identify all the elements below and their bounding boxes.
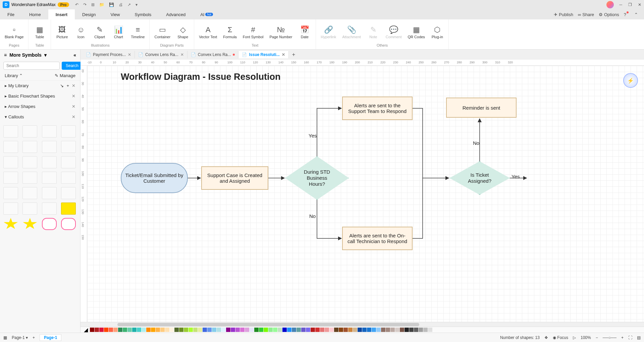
help-icon[interactable]: ?: [624, 12, 630, 17]
callout-shape[interactable]: [61, 125, 76, 137]
ribbon-container[interactable]: ▭Container: [152, 25, 172, 40]
color-swatch[interactable]: [146, 328, 151, 332]
color-swatch[interactable]: [287, 328, 291, 332]
manage-button[interactable]: ✎ Manage: [55, 73, 75, 78]
search-input[interactable]: [3, 62, 60, 70]
close-button[interactable]: ✕: [638, 2, 641, 7]
callout-shape[interactable]: [61, 187, 76, 199]
page-selector[interactable]: Page-1 ▾: [12, 335, 28, 340]
color-swatch[interactable]: [395, 328, 399, 332]
ribbon-clipart[interactable]: ✎Clipart: [91, 25, 108, 40]
callout-shape[interactable]: [42, 141, 57, 153]
node-support-case[interactable]: Support Case is Created and Assigned: [201, 166, 268, 190]
color-swatch[interactable]: [132, 328, 137, 332]
color-swatch[interactable]: [104, 328, 108, 332]
color-swatch[interactable]: [414, 328, 418, 332]
color-swatch[interactable]: [325, 328, 329, 332]
doc-tab[interactable]: 📄Payment Proces...✕: [83, 51, 135, 58]
color-swatch[interactable]: [423, 328, 428, 332]
color-swatch[interactable]: [217, 328, 221, 332]
callout-shape[interactable]: [61, 203, 76, 215]
callout-shape[interactable]: [22, 218, 37, 230]
dropdown-icon[interactable]: ▾: [136, 2, 138, 7]
cat-my-library[interactable]: ▸ My Library↘+✕: [0, 80, 80, 91]
color-swatch[interactable]: [372, 328, 376, 332]
collapse-sidebar-icon[interactable]: «: [73, 52, 76, 58]
color-swatch[interactable]: [301, 328, 306, 332]
import-icon[interactable]: ↘: [60, 83, 64, 88]
fullscreen-icon[interactable]: ⛶: [628, 335, 632, 340]
color-swatch[interactable]: [362, 328, 367, 332]
search-button[interactable]: Search: [62, 62, 83, 70]
page-tab[interactable]: Page-1: [40, 334, 61, 341]
redo-icon[interactable]: ↷: [83, 2, 87, 7]
ribbon-qr-codes[interactable]: ▦QR Codes: [406, 25, 427, 40]
cat-arrow-shapes[interactable]: ▸ Arrow Shapes✕: [0, 101, 80, 112]
callout-shape[interactable]: [3, 156, 18, 168]
color-swatch[interactable]: [353, 328, 357, 332]
close-icon[interactable]: ✕: [72, 104, 75, 109]
ai-float-button[interactable]: ⚡: [623, 73, 638, 88]
callout-shape[interactable]: [3, 187, 18, 199]
ribbon-formula[interactable]: ΣFormula: [221, 25, 238, 40]
zoom-slider[interactable]: ──○──: [603, 335, 616, 340]
color-swatch[interactable]: [315, 328, 320, 332]
callout-shape[interactable]: [42, 125, 57, 137]
color-swatch[interactable]: [203, 328, 207, 332]
callout-shape[interactable]: [61, 141, 76, 153]
menu-ai[interactable]: AIhot: [193, 9, 220, 19]
color-swatch[interactable]: [409, 328, 414, 332]
zoom-in-button[interactable]: +: [621, 335, 624, 340]
color-swatch[interactable]: [358, 328, 362, 332]
color-swatch[interactable]: [118, 328, 122, 332]
callout-shape[interactable]: [22, 187, 37, 199]
color-swatch[interactable]: [240, 328, 245, 332]
close-icon[interactable]: ✕: [180, 52, 184, 57]
ribbon-chart[interactable]: 📊Chart: [110, 25, 127, 40]
callout-shape[interactable]: [3, 172, 18, 184]
ribbon-page-number[interactable]: №Page Number: [267, 25, 294, 40]
color-swatch[interactable]: [170, 328, 174, 332]
color-swatch[interactable]: [137, 328, 141, 332]
color-swatch[interactable]: [127, 328, 132, 332]
callout-shape[interactable]: [3, 203, 18, 215]
menu-view[interactable]: View: [103, 9, 127, 19]
node-decision-hours[interactable]: During STD Business Hours?: [285, 156, 349, 200]
doc-tab[interactable]: 📄Convex Lens Ra...✕: [135, 51, 187, 58]
color-swatch[interactable]: [212, 328, 216, 332]
add-icon[interactable]: +: [66, 83, 69, 88]
close-icon[interactable]: ✕: [72, 114, 75, 119]
node-start[interactable]: Ticket/Email Submitted by Customer: [121, 163, 188, 193]
color-swatch[interactable]: [343, 328, 348, 332]
minimize-button[interactable]: ─: [619, 2, 622, 7]
menu-advanced[interactable]: Advanced: [159, 9, 193, 19]
color-swatch[interactable]: [160, 328, 165, 332]
callout-shape[interactable]: [42, 156, 57, 168]
callout-shape[interactable]: [22, 125, 37, 137]
menu-design[interactable]: Design: [75, 9, 103, 19]
callout-shape[interactable]: [42, 172, 57, 184]
color-swatch[interactable]: [226, 328, 230, 332]
color-swatch[interactable]: [235, 328, 240, 332]
doc-tab[interactable]: 📄Convex Lens Ra...: [187, 51, 239, 58]
node-decision-assigned[interactable]: Is Ticket Assigned?: [449, 161, 510, 195]
color-swatch[interactable]: [367, 328, 371, 332]
canvas[interactable]: Workflow Diagram - Issue Resolution Tick…: [87, 66, 644, 322]
layers-icon[interactable]: ❖: [544, 335, 548, 340]
publish-button[interactable]: ✈ Publish: [554, 12, 573, 17]
color-swatch[interactable]: [95, 328, 99, 332]
color-swatch[interactable]: [273, 328, 277, 332]
menu-symbols[interactable]: Symbols: [127, 9, 159, 19]
color-swatch[interactable]: [109, 328, 113, 332]
menu-insert[interactable]: Insert: [48, 9, 75, 19]
color-swatch[interactable]: [405, 328, 409, 332]
callout-shape[interactable]: [22, 203, 37, 215]
color-swatch[interactable]: [419, 328, 423, 332]
color-swatch[interactable]: [254, 328, 259, 332]
color-swatch[interactable]: [142, 328, 146, 332]
color-swatch[interactable]: [292, 328, 296, 332]
color-swatch[interactable]: [156, 328, 160, 332]
color-swatch[interactable]: [221, 328, 226, 332]
ribbon-picture[interactable]: 🖼Picture: [54, 25, 70, 40]
color-swatch[interactable]: [165, 328, 169, 332]
